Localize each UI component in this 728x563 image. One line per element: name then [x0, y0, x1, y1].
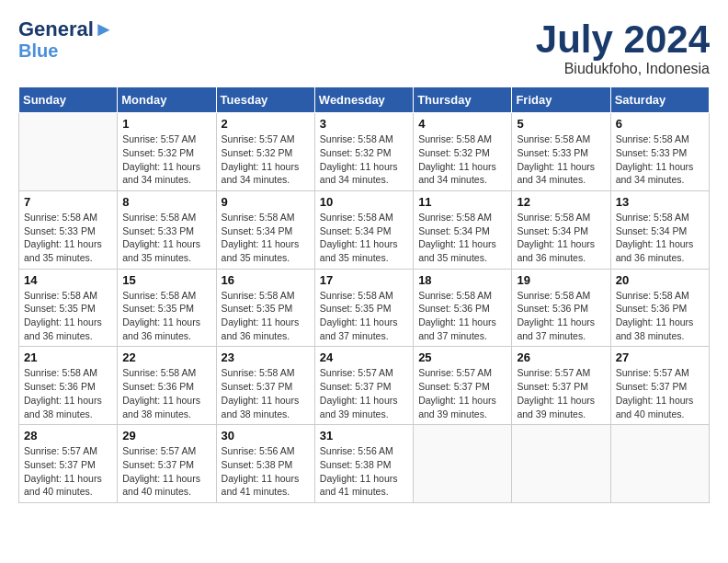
day-number: 29	[122, 429, 210, 442]
calendar-cell: 22Sunrise: 5:58 AM Sunset: 5:36 PM Dayli…	[118, 347, 216, 425]
day-info: Sunrise: 5:58 AM Sunset: 5:33 PM Dayligh…	[24, 211, 112, 265]
day-number: 20	[616, 273, 704, 287]
calendar-cell: 17Sunrise: 5:58 AM Sunset: 5:35 PM Dayli…	[314, 269, 413, 347]
logo-text: General►	[18, 18, 114, 40]
day-number: 31	[320, 429, 408, 442]
day-number: 1	[122, 117, 210, 131]
day-number: 14	[24, 273, 112, 287]
calendar-cell: 7Sunrise: 5:58 AM Sunset: 5:33 PM Daylig…	[19, 190, 118, 269]
day-info: Sunrise: 5:58 AM Sunset: 5:34 PM Dayligh…	[517, 211, 605, 265]
calendar-cell: 28Sunrise: 5:57 AM Sunset: 5:37 PM Dayli…	[19, 425, 118, 503]
day-info: Sunrise: 5:58 AM Sunset: 5:33 PM Dayligh…	[517, 132, 605, 187]
day-number: 13	[616, 195, 704, 209]
day-info: Sunrise: 5:58 AM Sunset: 5:35 PM Dayligh…	[24, 289, 112, 343]
day-info: Sunrise: 5:58 AM Sunset: 5:36 PM Dayligh…	[24, 366, 112, 420]
day-number: 28	[24, 429, 112, 442]
calendar-cell: 13Sunrise: 5:58 AM Sunset: 5:34 PM Dayli…	[610, 190, 709, 269]
day-info: Sunrise: 5:58 AM Sunset: 5:34 PM Dayligh…	[418, 211, 506, 265]
day-number: 8	[122, 195, 210, 209]
page-header: General► Blue July 2024 Biudukfoho, Indo…	[18, 18, 710, 77]
calendar-cell	[19, 113, 118, 191]
day-number: 11	[418, 195, 506, 209]
calendar-cell: 8Sunrise: 5:58 AM Sunset: 5:33 PM Daylig…	[118, 190, 216, 269]
calendar-cell: 18Sunrise: 5:58 AM Sunset: 5:36 PM Dayli…	[414, 269, 512, 347]
day-info: Sunrise: 5:57 AM Sunset: 5:37 PM Dayligh…	[24, 444, 112, 499]
calendar-cell: 4Sunrise: 5:58 AM Sunset: 5:32 PM Daylig…	[414, 113, 512, 191]
calendar-cell: 20Sunrise: 5:58 AM Sunset: 5:36 PM Dayli…	[610, 269, 709, 347]
day-number: 16	[222, 273, 310, 287]
calendar-cell: 15Sunrise: 5:58 AM Sunset: 5:35 PM Dayli…	[118, 269, 216, 347]
day-number: 3	[320, 117, 408, 131]
day-info: Sunrise: 5:57 AM Sunset: 5:37 PM Dayligh…	[418, 366, 506, 420]
day-info: Sunrise: 5:58 AM Sunset: 5:35 PM Dayligh…	[122, 289, 210, 343]
calendar-cell: 21Sunrise: 5:58 AM Sunset: 5:36 PM Dayli…	[19, 347, 118, 425]
weekday-header-thursday: Thursday	[414, 87, 512, 113]
weekday-header-saturday: Saturday	[610, 87, 709, 113]
day-number: 27	[616, 350, 704, 364]
day-info: Sunrise: 5:56 AM Sunset: 5:38 PM Dayligh…	[320, 444, 408, 499]
day-number: 23	[222, 350, 310, 364]
calendar-cell	[512, 425, 610, 503]
logo: General► Blue	[18, 18, 114, 61]
calendar-cell: 11Sunrise: 5:58 AM Sunset: 5:34 PM Dayli…	[414, 190, 512, 269]
calendar-cell: 5Sunrise: 5:58 AM Sunset: 5:33 PM Daylig…	[512, 113, 610, 191]
calendar-cell: 10Sunrise: 5:58 AM Sunset: 5:34 PM Dayli…	[314, 190, 413, 269]
month-title: July 2024	[536, 18, 710, 61]
day-number: 5	[517, 117, 605, 131]
day-info: Sunrise: 5:57 AM Sunset: 5:37 PM Dayligh…	[122, 444, 210, 499]
day-info: Sunrise: 5:58 AM Sunset: 5:35 PM Dayligh…	[222, 289, 310, 343]
day-info: Sunrise: 5:58 AM Sunset: 5:32 PM Dayligh…	[320, 132, 408, 187]
calendar-cell: 26Sunrise: 5:57 AM Sunset: 5:37 PM Dayli…	[512, 347, 610, 425]
day-number: 30	[222, 429, 310, 442]
calendar-cell: 12Sunrise: 5:58 AM Sunset: 5:34 PM Dayli…	[512, 190, 610, 269]
day-number: 12	[517, 195, 605, 209]
day-number: 21	[24, 350, 112, 364]
weekday-header-wednesday: Wednesday	[314, 87, 413, 113]
calendar-week-4: 21Sunrise: 5:58 AM Sunset: 5:36 PM Dayli…	[19, 347, 710, 425]
calendar-cell: 30Sunrise: 5:56 AM Sunset: 5:38 PM Dayli…	[216, 425, 314, 503]
day-number: 17	[320, 273, 408, 287]
day-info: Sunrise: 5:58 AM Sunset: 5:33 PM Dayligh…	[616, 132, 704, 187]
calendar-cell: 31Sunrise: 5:56 AM Sunset: 5:38 PM Dayli…	[314, 425, 413, 503]
day-info: Sunrise: 5:57 AM Sunset: 5:37 PM Dayligh…	[616, 366, 704, 420]
calendar-cell: 29Sunrise: 5:57 AM Sunset: 5:37 PM Dayli…	[118, 425, 216, 503]
calendar-cell: 14Sunrise: 5:58 AM Sunset: 5:35 PM Dayli…	[19, 269, 118, 347]
calendar-cell: 9Sunrise: 5:58 AM Sunset: 5:34 PM Daylig…	[216, 190, 314, 269]
weekday-header-row: SundayMondayTuesdayWednesdayThursdayFrid…	[19, 87, 710, 113]
calendar-cell: 19Sunrise: 5:58 AM Sunset: 5:36 PM Dayli…	[512, 269, 610, 347]
day-info: Sunrise: 5:58 AM Sunset: 5:36 PM Dayligh…	[122, 366, 210, 420]
day-info: Sunrise: 5:58 AM Sunset: 5:36 PM Dayligh…	[616, 289, 704, 343]
calendar-cell: 24Sunrise: 5:57 AM Sunset: 5:37 PM Dayli…	[314, 347, 413, 425]
location: Biudukfoho, Indonesia	[536, 61, 710, 77]
calendar-week-5: 28Sunrise: 5:57 AM Sunset: 5:37 PM Dayli…	[19, 425, 710, 503]
day-info: Sunrise: 5:57 AM Sunset: 5:37 PM Dayligh…	[320, 366, 408, 420]
day-number: 4	[418, 117, 506, 131]
calendar-cell	[610, 425, 709, 503]
day-info: Sunrise: 5:56 AM Sunset: 5:38 PM Dayligh…	[222, 444, 310, 499]
day-number: 18	[418, 273, 506, 287]
calendar-cell: 16Sunrise: 5:58 AM Sunset: 5:35 PM Dayli…	[216, 269, 314, 347]
title-block: July 2024 Biudukfoho, Indonesia	[536, 18, 710, 77]
day-info: Sunrise: 5:58 AM Sunset: 5:34 PM Dayligh…	[222, 211, 310, 265]
day-number: 9	[222, 195, 310, 209]
calendar-cell	[414, 425, 512, 503]
day-info: Sunrise: 5:58 AM Sunset: 5:32 PM Dayligh…	[418, 132, 506, 187]
calendar-cell: 23Sunrise: 5:58 AM Sunset: 5:37 PM Dayli…	[216, 347, 314, 425]
day-number: 25	[418, 350, 506, 364]
day-info: Sunrise: 5:58 AM Sunset: 5:33 PM Dayligh…	[122, 211, 210, 265]
weekday-header-tuesday: Tuesday	[216, 87, 314, 113]
weekday-header-sunday: Sunday	[19, 87, 118, 113]
day-info: Sunrise: 5:58 AM Sunset: 5:34 PM Dayligh…	[320, 211, 408, 265]
weekday-header-monday: Monday	[118, 87, 216, 113]
calendar-week-3: 14Sunrise: 5:58 AM Sunset: 5:35 PM Dayli…	[19, 269, 710, 347]
day-info: Sunrise: 5:57 AM Sunset: 5:32 PM Dayligh…	[222, 132, 310, 187]
calendar-cell: 1Sunrise: 5:57 AM Sunset: 5:32 PM Daylig…	[118, 113, 216, 191]
calendar-cell: 6Sunrise: 5:58 AM Sunset: 5:33 PM Daylig…	[610, 113, 709, 191]
day-info: Sunrise: 5:58 AM Sunset: 5:37 PM Dayligh…	[222, 366, 310, 420]
day-info: Sunrise: 5:58 AM Sunset: 5:36 PM Dayligh…	[418, 289, 506, 343]
weekday-header-friday: Friday	[512, 87, 610, 113]
calendar-table: SundayMondayTuesdayWednesdayThursdayFrid…	[18, 86, 710, 503]
day-number: 2	[222, 117, 310, 131]
calendar-cell: 27Sunrise: 5:57 AM Sunset: 5:37 PM Dayli…	[610, 347, 709, 425]
calendar-week-1: 1Sunrise: 5:57 AM Sunset: 5:32 PM Daylig…	[19, 113, 710, 191]
